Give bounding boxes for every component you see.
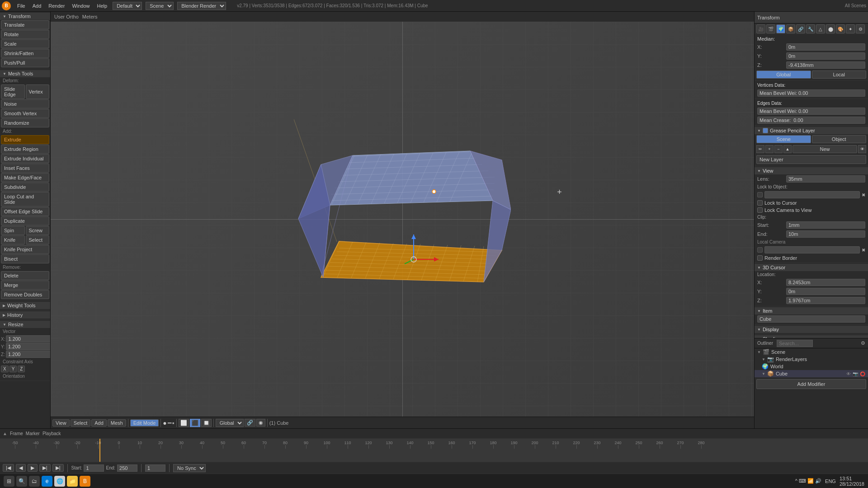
scale-btn[interactable]: Scale: [1, 39, 49, 48]
end-frame-input[interactable]: [117, 465, 137, 472]
start-btn[interactable]: ⊞: [4, 476, 14, 487]
bisect-btn[interactable]: Bisect: [1, 254, 49, 263]
local-tab[interactable]: Local: [812, 70, 867, 79]
solid-icon[interactable]: ⬛: [190, 419, 200, 427]
rotate-btn[interactable]: Rotate: [1, 30, 49, 39]
outliner-settings-icon[interactable]: ⚙: [861, 340, 865, 346]
vertex-btn[interactable]: Vertex: [26, 84, 50, 99]
outliner-search-input[interactable]: [777, 340, 813, 347]
edit-mode-btn[interactable]: Edit Mode: [130, 419, 159, 427]
mean-bevel-w1-input[interactable]: [757, 89, 865, 97]
menu-window[interactable]: Window: [68, 2, 93, 9]
blender-taskbar-icon[interactable]: B: [80, 476, 90, 487]
z-input[interactable]: [6, 351, 51, 358]
snap-icon[interactable]: 🔗: [245, 419, 255, 427]
physics-icon[interactable]: ⚙: [856, 24, 865, 33]
add-modifier-btn[interactable]: Add Modifier: [756, 379, 866, 389]
data-icon[interactable]: △: [816, 24, 825, 33]
clip-start-input[interactable]: [786, 221, 865, 229]
new-layer-btn[interactable]: New Layer: [756, 155, 866, 164]
gp-remove-icon[interactable]: −: [774, 145, 783, 153]
sync-select[interactable]: No Sync: [173, 464, 206, 472]
render-icon[interactable]: 🎥: [756, 24, 765, 33]
weight-tools-header[interactable]: Weight Tools: [0, 302, 50, 309]
cube-eye-icon[interactable]: 👁: [846, 371, 851, 376]
timeline-expand-icon[interactable]: ▲: [3, 431, 7, 436]
extrude-btn[interactable]: Extrude: [1, 135, 49, 144]
search-btn[interactable]: 🔍: [16, 476, 27, 487]
menu-render[interactable]: Render: [45, 2, 68, 9]
duplicate-btn[interactable]: Duplicate: [1, 216, 49, 225]
proportional-edit-icon[interactable]: ◉: [256, 419, 265, 427]
knife-btn[interactable]: Knife: [1, 235, 25, 244]
extrude-region-btn[interactable]: Extrude Region: [1, 145, 49, 154]
scene-selector[interactable]: Scene: [146, 2, 174, 10]
gp-eye-icon[interactable]: 👁: [858, 145, 866, 153]
menu-help[interactable]: Help: [94, 2, 111, 9]
shrink-btn[interactable]: Shrink/Fatten: [1, 49, 49, 58]
slide-edge-btn[interactable]: Slide Edge: [1, 84, 25, 99]
smooth-vertex-btn[interactable]: Smooth Vertex: [1, 109, 49, 118]
local-camera-clear[interactable]: ✖: [862, 248, 865, 253]
extrude-individual-btn[interactable]: Extrude Individual: [1, 154, 49, 163]
randomize-btn[interactable]: Randomize: [1, 118, 49, 127]
edge-icon[interactable]: e: [42, 476, 52, 487]
view-section-header[interactable]: View: [755, 167, 868, 174]
start-frame-input[interactable]: [84, 465, 104, 472]
edge-mode-icon[interactable]: ━: [168, 419, 171, 427]
mesh-tools-header[interactable]: Mesh Tools: [0, 70, 50, 77]
cursor-3d-header[interactable]: 3D Cursor: [755, 264, 868, 271]
axis-x-btn[interactable]: X: [1, 366, 9, 372]
lens-input[interactable]: [786, 175, 865, 183]
clip-end-input[interactable]: [786, 230, 865, 238]
item-section-header[interactable]: Item: [755, 307, 868, 314]
transform-header[interactable]: Transform: [0, 13, 50, 20]
merge-btn[interactable]: Merge: [1, 281, 49, 290]
x-coord-input[interactable]: [786, 43, 865, 51]
make-edge-face-btn[interactable]: Make Edge/Face: [1, 173, 49, 182]
remove-doubles-btn[interactable]: Remove Doubles: [1, 290, 49, 299]
outliner-cube-item[interactable]: ▼ 📦 Cube 👁 📷 ⭕: [755, 370, 868, 377]
z-coord-input[interactable]: [786, 61, 865, 69]
cursor-x-input[interactable]: [786, 279, 865, 286]
inset-faces-btn[interactable]: Inset Faces: [1, 164, 49, 173]
outliner-renderlayers-item[interactable]: ▼ 📷 RenderLayers: [755, 356, 868, 363]
next-frame-btn[interactable]: ▶|: [39, 464, 51, 472]
object-icon[interactable]: 📦: [786, 24, 795, 33]
resize-header[interactable]: Resize: [0, 321, 50, 328]
transform-orientation-select[interactable]: Global: [216, 419, 244, 427]
chrome-icon[interactable]: 🌐: [54, 476, 65, 487]
current-frame-input[interactable]: [145, 465, 165, 472]
lock-camera-checkbox[interactable]: Lock Camera to View: [755, 206, 868, 214]
loop-cut-slide-btn[interactable]: Loop Cut and Slide: [1, 192, 49, 206]
gp-up-icon[interactable]: ▲: [783, 145, 792, 153]
end-jump-btn[interactable]: ▶|: [52, 464, 64, 472]
item-name-input[interactable]: [757, 315, 865, 323]
menu-file[interactable]: File: [14, 2, 29, 9]
gp-new-btn[interactable]: New: [793, 145, 857, 153]
particles-icon[interactable]: ✦: [846, 24, 855, 33]
mean-bevel-w2-input[interactable]: [757, 108, 865, 115]
history-header[interactable]: History: [0, 311, 50, 319]
lock-object-input[interactable]: [764, 191, 860, 198]
mesh-btn[interactable]: Mesh: [108, 419, 126, 427]
viewport-canvas[interactable]: +: [51, 22, 754, 417]
constraints-icon[interactable]: 🔗: [796, 24, 805, 33]
lock-cursor-checkbox[interactable]: Lock to Cursor: [755, 199, 868, 206]
offset-edge-slide-btn[interactable]: Offset Edge Slide: [1, 207, 49, 216]
render-engine-selector[interactable]: Blender Render: [177, 2, 226, 10]
lock-object-clear[interactable]: ✖: [862, 192, 865, 197]
play-btn[interactable]: ▶: [28, 464, 38, 472]
subdivide-btn[interactable]: Subdivide: [1, 183, 49, 192]
modifier-icon[interactable]: 🔧: [806, 24, 815, 33]
axis-z-btn[interactable]: Z: [18, 366, 25, 372]
global-tab[interactable]: Global: [756, 70, 811, 79]
taskview-btn[interactable]: 🗂: [29, 476, 40, 487]
axis-y-btn[interactable]: Y: [9, 366, 17, 372]
cursor-z-input[interactable]: [786, 297, 865, 304]
viewport[interactable]: User Ortho Meters: [51, 12, 754, 428]
material-icon[interactable]: ⬤: [826, 24, 835, 33]
outliner-world-item[interactable]: 🌍 World: [755, 363, 868, 370]
face-mode-icon[interactable]: ▪: [172, 419, 175, 427]
scene-tab[interactable]: Scene: [756, 135, 811, 143]
